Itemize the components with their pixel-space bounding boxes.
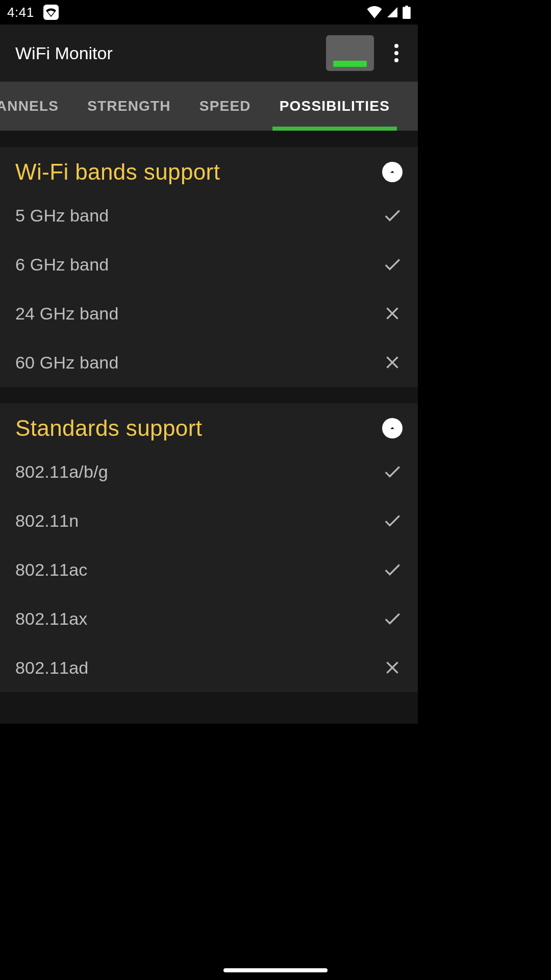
- capability-label: 802.11a/b/g: [15, 462, 374, 482]
- chevron-up-icon: [388, 167, 397, 177]
- section-bands: Wi-Fi bands support5 GHz band6 GHz band2…: [0, 147, 418, 387]
- capability-label: 6 GHz band: [15, 255, 374, 275]
- tab-possibilities[interactable]: POSSIBILITIES: [265, 82, 404, 131]
- tab-speed[interactable]: SPEED: [185, 82, 265, 131]
- chevron-up-icon: [388, 424, 397, 433]
- statusbar-app-icon: [43, 5, 59, 20]
- cross-icon: [382, 657, 403, 678]
- section-header-bands[interactable]: Wi-Fi bands support: [0, 147, 418, 191]
- check-icon: [382, 559, 403, 580]
- capability-label: 5 GHz band: [15, 206, 374, 226]
- section-title: Standards support: [15, 415, 374, 441]
- tab-scan[interactable]: SCAN: [404, 82, 418, 131]
- section-standards: Standards support802.11a/b/g802.11n802.1…: [0, 403, 418, 692]
- capability-row: 802.11ad: [0, 643, 418, 692]
- wifi-icon: [367, 6, 382, 18]
- capability-row: 5 GHz band: [0, 191, 418, 240]
- section-header-standards[interactable]: Standards support: [0, 403, 418, 447]
- tab-channels[interactable]: CHANNELS: [0, 82, 73, 131]
- check-icon: [382, 461, 403, 482]
- capability-row: 802.11ax: [0, 594, 418, 643]
- actionbar: WiFi Monitor: [0, 24, 418, 82]
- collapse-toggle[interactable]: [382, 418, 403, 438]
- tab-strength[interactable]: STRENGTH: [73, 82, 185, 131]
- cross-icon: [382, 352, 403, 373]
- ad-signal-chip[interactable]: [326, 35, 374, 71]
- tab-strip: CHANNELSSTRENGTHSPEEDPOSSIBILITIESSCAN: [0, 82, 418, 131]
- capability-row: 802.11a/b/g: [0, 447, 418, 496]
- collapse-toggle[interactable]: [382, 162, 403, 182]
- check-icon: [382, 510, 403, 531]
- capability-row: 24 GHz band: [0, 289, 418, 338]
- section-gap: [0, 131, 418, 147]
- content-scroll[interactable]: Wi-Fi bands support5 GHz band6 GHz band2…: [0, 131, 418, 724]
- capability-row: 802.11n: [0, 496, 418, 545]
- capability-label: 802.11ac: [15, 560, 374, 580]
- check-icon: [382, 608, 403, 629]
- capability-row: 802.11ac: [0, 545, 418, 594]
- cross-icon: [382, 303, 403, 324]
- capability-row: 60 GHz band: [0, 338, 418, 387]
- capability-label: 24 GHz band: [15, 304, 374, 324]
- section-gap: [0, 387, 418, 403]
- app-title: WiFi Monitor: [15, 43, 316, 63]
- overflow-menu-button[interactable]: [384, 41, 409, 65]
- battery-icon: [403, 6, 411, 19]
- capability-row: 6 GHz band: [0, 240, 418, 289]
- section-title: Wi-Fi bands support: [15, 159, 374, 185]
- capability-label: 802.11ax: [15, 609, 374, 629]
- check-icon: [382, 205, 403, 226]
- statusbar-clock: 4:41: [7, 5, 34, 20]
- check-icon: [382, 254, 403, 275]
- capability-label: 802.11n: [15, 511, 374, 531]
- capability-label: 60 GHz band: [15, 353, 374, 373]
- statusbar: 4:41: [0, 0, 418, 24]
- capability-label: 802.11ad: [15, 658, 374, 678]
- cell-signal-icon: [386, 6, 398, 18]
